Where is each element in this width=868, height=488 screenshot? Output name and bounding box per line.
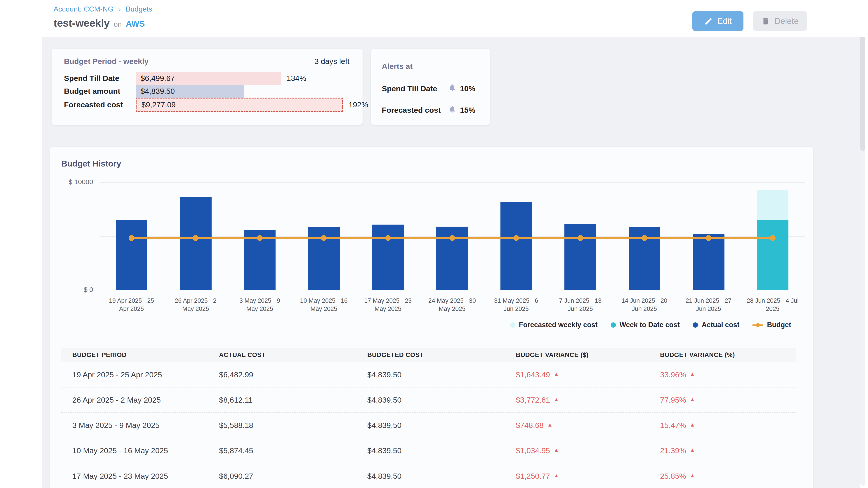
table-header-cell: BUDGET PERIOD [61, 348, 208, 362]
chart-legend: Forecasted weekly costWeek to Date costA… [510, 321, 791, 329]
y-axis-max-label: $ 10000 [57, 178, 93, 186]
alert-spend-percent: 10% [460, 84, 475, 93]
spend-till-date-bar: $6,499.67 [135, 72, 281, 85]
budget-point[interactable] [450, 235, 455, 241]
alert-row-forecast: Forecasted cost 15% [371, 103, 490, 117]
table-cell: 17 May 2025 - 23 May 2025 [61, 463, 208, 488]
bell-icon [448, 105, 456, 115]
increase-triangle-icon: ▲ [554, 371, 559, 377]
table-cell: 77.95%▲ [649, 387, 796, 412]
forecasted-cost-row: Forecasted cost $9,277.09 192% [52, 98, 363, 111]
budget-point[interactable] [706, 235, 711, 241]
x-axis-label: 21 Jun 2025 - 27 Jun 2025 [677, 297, 741, 313]
table-cell: $6,090.27 [208, 463, 356, 488]
table-row: 17 May 2025 - 23 May 2025$6,090.27$4,839… [61, 463, 796, 488]
forecasted-weekly-cost-bar[interactable] [757, 190, 788, 220]
actual-cost-bar[interactable] [500, 202, 532, 290]
alerts-title: Alerts at [382, 62, 412, 71]
increase-triangle-icon: ▲ [554, 447, 559, 453]
budget-point[interactable] [385, 235, 391, 241]
budget-history-title: Budget History [61, 159, 121, 168]
forecasted-cost-value: $9,277.09 [142, 100, 176, 109]
table-cell: 19 Apr 2025 - 25 Apr 2025 [61, 362, 208, 387]
budget-point[interactable] [578, 235, 583, 241]
x-axis-label: 3 May 2025 - 9 May 2025 [228, 297, 292, 313]
x-axis-label: 31 May 2025 - 6 Jun 2025 [484, 297, 548, 313]
table-cell: $4,839.50 [356, 438, 505, 463]
actual-cost-bar[interactable] [693, 234, 724, 290]
table-header-cell: BUDGETED COST [356, 348, 505, 362]
legend-label: Forecasted weekly cost [519, 321, 598, 329]
spend-till-date-label: Spend Till Date [64, 72, 119, 85]
edit-button-label: Edit [717, 17, 732, 26]
x-axis-label: 24 May 2025 - 30 May 2025 [420, 297, 484, 313]
table-cell: 10 May 2025 - 16 May 2025 [61, 438, 208, 463]
table-row: 3 May 2025 - 9 May 2025$5,588.18$4,839.5… [61, 413, 796, 438]
table-cell: 21.39%▲ [649, 438, 796, 463]
table-cell: $748.68▲ [505, 413, 649, 437]
legend-item[interactable]: Forecasted weekly cost [510, 321, 598, 329]
alert-row-spend: Spend Till Date 10% [371, 82, 490, 95]
legend-circle-icon [693, 322, 698, 328]
budget-point[interactable] [770, 235, 776, 241]
legend-label: Week to Date cost [620, 321, 680, 329]
x-axis-label: 14 Jun 2025 - 20 Jun 2025 [612, 297, 677, 313]
x-axis-label: 17 May 2025 - 23 May 2025 [356, 297, 420, 313]
delete-button-label: Delete [774, 17, 799, 26]
budget-point[interactable] [129, 235, 134, 241]
budget-point[interactable] [642, 235, 647, 241]
x-axis-labels: 19 Apr 2025 - 25 Apr 202526 Apr 2025 - 2… [99, 297, 805, 313]
y-axis-min-label: $ 0 [57, 286, 93, 293]
breadcrumb: Account: CCM-NG › Budgets [54, 5, 152, 13]
week-to-date-cost-bar[interactable] [757, 220, 788, 290]
legend-item[interactable]: Week to Date cost [611, 321, 680, 329]
budget-amount-label: Budget amount [64, 85, 120, 98]
table-header-row: BUDGET PERIODACTUAL COSTBUDGETED COSTBUD… [61, 348, 796, 362]
table-cell: $5,874.45 [208, 438, 356, 463]
table-cell: $5,588.18 [208, 413, 356, 437]
table-cell: $4,839.50 [356, 362, 505, 387]
chevron-right-icon: › [119, 5, 121, 13]
budget-period-card: Budget Period - weekly 3 days left Spend… [52, 49, 363, 125]
table-cell: 26 Apr 2025 - 2 May 2025 [61, 387, 208, 412]
actual-cost-bar[interactable] [564, 224, 596, 290]
legend-item[interactable]: Budget [752, 321, 791, 329]
alert-spend-label: Spend Till Date [382, 82, 437, 95]
edit-button[interactable]: Edit [692, 11, 743, 31]
increase-triangle-icon: ▲ [690, 396, 695, 402]
increase-triangle-icon: ▲ [690, 371, 695, 377]
title-row: test-weekly on AWS [54, 17, 145, 29]
budget-amount-row: Budget amount $4,839.50 [52, 85, 363, 98]
budget-point[interactable] [193, 235, 198, 241]
cloud-provider-label: AWS [126, 19, 145, 29]
budget-point[interactable] [513, 235, 519, 241]
actual-cost-bar[interactable] [372, 225, 404, 290]
increase-triangle-icon: ▲ [547, 422, 553, 428]
legend-label: Actual cost [702, 321, 739, 329]
legend-item[interactable]: Actual cost [693, 321, 739, 329]
budget-point[interactable] [257, 235, 263, 241]
alert-forecast-label: Forecasted cost [382, 103, 441, 117]
delete-button[interactable]: Delete [753, 11, 807, 31]
breadcrumb-account-link[interactable]: Account: CCM-NG [54, 5, 114, 13]
table-cell: 3 May 2025 - 9 May 2025 [61, 413, 208, 437]
x-axis-label: 26 Apr 2025 - 2 May 2025 [164, 297, 228, 313]
alerts-card: Alerts at Spend Till Date 10% Forecasted… [371, 49, 490, 125]
table-header-cell: ACTUAL COST [208, 348, 356, 362]
budget-history-table: BUDGET PERIODACTUAL COSTBUDGETED COSTBUD… [61, 348, 796, 488]
table-cell: $6,482.99 [208, 362, 356, 387]
actual-cost-bar[interactable] [180, 197, 212, 290]
table-row: 19 Apr 2025 - 25 Apr 2025$6,482.99$4,839… [61, 362, 796, 387]
page-scrollbar-thumb[interactable] [860, 18, 865, 151]
breadcrumb-budgets-link[interactable]: Budgets [126, 5, 152, 13]
table-cell: 25.85%▲ [649, 463, 796, 488]
legend-label: Budget [767, 321, 791, 329]
budget-point[interactable] [321, 235, 327, 241]
table-cell: $8,612.11 [208, 387, 356, 412]
actual-cost-bar[interactable] [116, 220, 147, 290]
increase-triangle-icon: ▲ [554, 473, 559, 479]
spend-till-date-percent: 134% [287, 72, 306, 85]
days-left-label: 3 days left [314, 57, 349, 66]
table-body: 19 Apr 2025 - 25 Apr 2025$6,482.99$4,839… [61, 362, 796, 488]
table-header-cell: BUDGET VARIANCE (%) [649, 348, 796, 362]
